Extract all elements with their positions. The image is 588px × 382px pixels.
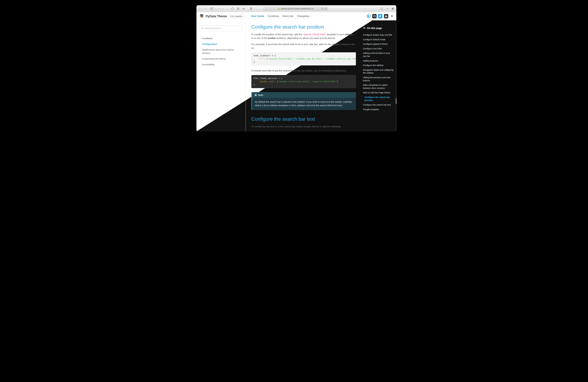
paragraph-3: If instead you'd like to put the search … [251,69,356,72]
paragraph-4: To modify the text that is in the search… [251,125,356,128]
browser-chrome: ⌄ ‹ › 🔒 pydata-sphinx-theme.readthedocs.… [196,5,396,12]
reader-icon[interactable] [250,7,252,10]
nav-changelog[interactable]: Changelog ↗ [297,15,311,18]
note-admonition: Note By default the search bar is placed… [251,92,356,110]
primary-nav: User Guide Contribute Demo site Changelo… [251,15,311,18]
version-selector[interactable]: 0.9.0 (stable) [228,15,245,18]
toc-item[interactable]: Configure default mode [363,37,394,42]
brand-block[interactable]: PyData Theme [199,14,227,19]
refresh-icon[interactable] [325,7,327,10]
tab-overview-icon[interactable] [391,7,394,10]
svg-rect-10 [392,8,393,8]
svg-point-3 [244,8,244,9]
list-icon [363,26,366,30]
code1-val-a: "search-field.html" [268,58,293,60]
nav-contribute[interactable]: Contribute [268,15,279,18]
toc-item[interactable]: Navigation depth and collapsing the side… [363,68,394,75]
paragraph-2: For example, if you'd like the search fi… [251,43,356,50]
svg-rect-12 [392,9,393,9]
toc-item[interactable]: Configure project logo and title [363,33,394,37]
note-text-c: entry. [337,104,343,107]
github-icon[interactable] [372,14,377,18]
note-text-b: and omit the [306,104,320,107]
extension-icon[interactable] [242,7,245,10]
translate-icon[interactable] [321,7,324,10]
toc-item[interactable]: Adding external links to your nav bar [363,51,394,59]
p1-text-a: To modify the position of the search bar… [251,33,303,36]
toc-item[interactable]: Configure the sidebar [363,63,394,68]
minimize-dot[interactable] [202,8,204,10]
toc-title: On this page [363,26,394,30]
back-button[interactable]: ‹ [219,7,220,10]
sidebar-item-installation[interactable]: Installation [202,36,243,41]
toc-item[interactable]: Add an Edit this Page button [363,90,394,95]
inline-code-search-field: search-field.html [303,33,326,36]
p1-text-b: template to your [326,33,345,36]
address-bar[interactable]: 🔒 pydata-sphinx-theme.readthedocs.io [263,7,328,11]
shield-half-icon[interactable] [237,7,239,10]
note-title: Note [258,94,263,96]
svg-point-30 [363,28,364,28]
new-tab-icon[interactable] [386,7,389,10]
address-bar-url: pydata-sphinx-theme.readthedocs.io [281,7,313,10]
external-link-icon: ↗ [310,15,311,17]
svg-rect-24 [255,95,256,95]
section-heading-2: Configure the search bar text [251,116,356,122]
toc-scroll-indicator [396,98,396,104]
search-input[interactable] [205,27,241,30]
version-label: 0.9.0 (stable) [230,15,242,18]
svg-point-21 [202,27,203,29]
toc-item[interactable]: Hiding the previous and next buttons [363,75,394,83]
zoom-dot[interactable] [205,8,207,10]
pydata-small-logo-icon[interactable] [390,14,394,18]
toc-item[interactable]: Configure pygment theme [363,42,394,46]
body-area: Installation Configuration Add/Remove it… [196,20,396,132]
privacy-report-icon[interactable] [231,7,234,10]
p1-bold-sidebar: sidebar [345,33,353,36]
code-block-1: html_sidebars = { "**": ["search-field.h… [251,52,356,66]
code2-val-a: "navbar-icon-links.html" [278,80,310,83]
twitter-icon[interactable] [378,14,382,18]
code2-key: "navbar_end" [259,80,274,83]
section-heading-1: Configure the search bar position [251,24,356,30]
forward-button[interactable]: › [223,7,223,10]
code1-line3: } [254,61,255,63]
package-icon[interactable] [384,14,388,18]
code1-val-c: "sidebar-ethical-ads.html" [325,58,356,60]
sidebar-item-configuration[interactable]: Configuration [202,41,243,47]
toc-nav: Configure project logo and title Configu… [363,33,394,112]
p1-bold-navbar: navbar [268,37,276,39]
svg-rect-0 [211,8,213,10]
stage: ⌄ ‹ › 🔒 pydata-sphinx-theme.readthedocs.… [190,0,398,135]
toc-item[interactable]: Adding favicons [363,59,394,63]
nav-demo-site[interactable]: Demo site [282,15,294,18]
share-icon[interactable] [380,7,383,10]
code1-colon: : [ [264,58,268,60]
toc-item[interactable]: Configure the search bar text [363,103,394,107]
code2-line1: html_theme_options = { [254,77,282,79]
left-sidebar: Installation Configuration Add/Remove it… [196,20,246,132]
sidebar-item-accessibility[interactable]: Accessibility [202,62,243,67]
sidebar-toggle-icon[interactable] [210,7,213,10]
close-dot[interactable] [199,8,200,10]
sidebar-nav: Installation Configuration Add/Remove it… [200,36,243,67]
svg-rect-25 [255,94,256,95]
svg-rect-11 [393,8,394,8]
toc-item-active[interactable]: Configure the search bar position [363,95,394,103]
toc-item[interactable]: Add a dropdown to switch between docs ve… [363,83,394,90]
sidebar-item-add-remove[interactable]: Add/Remove items from theme sections [202,47,243,56]
main-content: Configure the search bar position To mod… [246,20,361,132]
search-box[interactable] [200,25,243,31]
note-header: Note [252,92,356,98]
sidebar-dropdown-chevron[interactable]: ⌄ [215,7,217,10]
lock-icon: 🔒 [278,8,280,10]
window-traffic-lights[interactable] [199,8,207,10]
nav-user-guide[interactable]: User Guide [251,15,264,18]
sidebar-item-customizing[interactable]: Customizing the theme [202,56,243,62]
theme-toggle-icon[interactable] [367,14,371,18]
brand-name: PyData Theme [206,15,227,18]
toc-item[interactable]: Google Analytics [363,107,394,112]
paragraph-1: To modify the position of the search bar… [251,33,356,40]
toc-item[interactable]: Configure icon links [363,46,394,51]
svg-point-29 [363,27,364,27]
